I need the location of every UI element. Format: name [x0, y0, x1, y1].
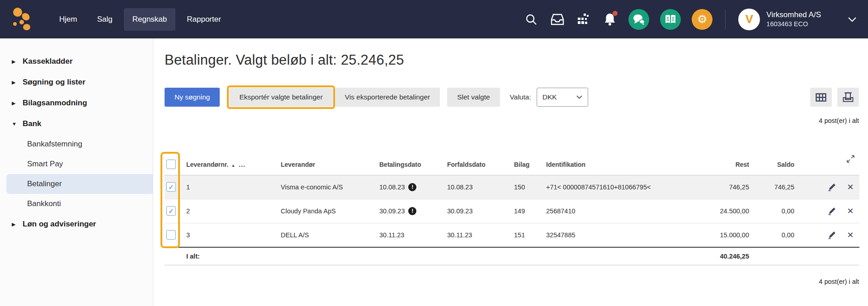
expand-table-icon[interactable] — [847, 155, 854, 165]
cell-saldo: 0,00 — [751, 223, 796, 247]
cell-rest: 746,25 — [656, 175, 751, 199]
warning-icon: ! — [408, 207, 416, 215]
sidebar-item-bilagsanmodning[interactable]: ▶ Bilagsanmodning — [0, 93, 153, 113]
edit-row-button[interactable] — [827, 206, 838, 217]
notification-dot — [613, 11, 618, 16]
delete-row-button[interactable]: ✕ — [845, 206, 856, 217]
chevron-down-icon — [576, 95, 582, 99]
sidebar-item-bankafstemning[interactable]: Bankafstemning — [0, 134, 153, 154]
delete-row-button[interactable]: ✕ — [845, 230, 856, 240]
cell-supplier-no: 2 — [186, 199, 281, 223]
cell-identification: 32547885 — [546, 223, 656, 247]
notifications-bell-icon[interactable] — [602, 12, 618, 27]
chat-icon[interactable] — [628, 9, 649, 30]
column-menu-icon[interactable]: ... — [239, 161, 245, 168]
view-exported-button[interactable]: Vis eksporterede betalinger — [335, 88, 440, 107]
sidebar-item-soegning-og-lister[interactable]: ▶ Søgning og lister — [0, 72, 153, 93]
column-header-identification[interactable]: Identifikation — [546, 154, 656, 175]
cell-rest: 24.500,00 — [656, 199, 751, 223]
main-menu: Hjem Salg Regnskab Rapporter — [51, 8, 230, 31]
nav-item-salg[interactable]: Salg — [89, 8, 121, 31]
sidebar-item-label: Kassekladder — [23, 57, 73, 66]
record-count-bottom: 4 post(er) i alt — [165, 278, 859, 285]
new-search-button[interactable]: Ny søgning — [165, 88, 220, 107]
column-header-voucher[interactable]: Bilag — [514, 154, 546, 175]
cell-supplier-no: 1 — [186, 175, 281, 199]
column-header-supplier-no[interactable]: Leverandørnr.▲... — [186, 154, 281, 175]
cell-identification: +71< 00000874571610+81066795< — [546, 175, 656, 199]
visma-logo-icon[interactable] — [12, 7, 35, 32]
chevron-right-icon: ▶ — [12, 100, 17, 106]
edit-row-button[interactable] — [827, 230, 838, 240]
cell-payment-date: 10.08.23! — [379, 175, 447, 199]
table-row: 3 DELL A/S 30.11.23 30.11.23 151 3254788… — [165, 223, 859, 247]
app-window: Hjem Salg Regnskab Rapporter — [0, 0, 868, 306]
record-count-top: 4 post(er) i alt — [165, 117, 859, 124]
sidebar-item-bank[interactable]: ▼ Bank — [0, 113, 153, 134]
sidebar-item-label: Søgning og lister — [23, 78, 85, 87]
search-icon[interactable] — [524, 12, 539, 27]
payments-table-body: ✓ 1 Visma e-conomic A/S 10.08.23! 10.08.… — [165, 175, 859, 265]
account-menu[interactable]: V Virksomhed A/S 1603463 ECO — [738, 9, 856, 30]
cell-supplier: Visma e-conomic A/S — [281, 175, 379, 199]
page-title: Betalinger. Valgt beløb i alt: 25.246,25 — [165, 52, 859, 68]
table-total-row: I alt:40.246,25 — [165, 247, 859, 265]
row-checkbox[interactable]: ✓ — [166, 206, 176, 216]
cell-payment-date: 30.11.23 — [379, 223, 447, 247]
edit-row-button[interactable] — [827, 182, 838, 193]
sidebar-item-betalinger[interactable]: Betalinger — [6, 174, 153, 194]
company-id: 1603463 ECO — [766, 20, 821, 28]
export-selected-button[interactable]: Eksportér valgte betalinger — [229, 88, 332, 107]
sort-ascending-icon: ▲ — [231, 163, 235, 168]
table-header-row: Leverandørnr.▲... Leverandør Betalingsda… — [165, 154, 859, 175]
cell-voucher: 150 — [514, 175, 546, 199]
help-book-icon[interactable] — [660, 9, 681, 30]
top-navbar: Hjem Salg Regnskab Rapporter — [0, 0, 868, 38]
cell-rest: 15.000,00 — [656, 223, 751, 247]
row-checkbox[interactable] — [166, 230, 176, 240]
app-switcher-icon[interactable] — [576, 12, 591, 27]
nav-item-regnskab[interactable]: Regnskab — [124, 8, 176, 31]
sidebar: ▶ Kassekladder ▶ Søgning og lister ▶ Bil… — [0, 38, 153, 306]
navbar-actions: ⚙ V Virksomhed A/S 1603463 ECO — [524, 9, 856, 30]
delete-selected-button[interactable]: Slet valgte — [447, 88, 500, 107]
annotation-highlight-export: Eksportér valgte betalinger — [227, 85, 335, 109]
inbox-icon[interactable] — [550, 12, 565, 27]
chevron-right-icon: ▶ — [12, 221, 17, 227]
sidebar-item-kassekladder[interactable]: ▶ Kassekladder — [0, 51, 153, 72]
cell-due-date: 30.09.23 — [447, 199, 514, 223]
table-view-button[interactable] — [810, 88, 832, 107]
cell-payment-date: 30.09.23! — [379, 199, 447, 223]
sidebar-item-loen-og-adviseringer[interactable]: ▶ Løn og adviseringer — [0, 214, 153, 235]
currency-value: DKK — [542, 93, 557, 101]
total-rest: 40.246,25 — [656, 247, 751, 265]
cell-supplier: Cloudy Panda ApS — [281, 199, 379, 223]
select-all-checkbox[interactable] — [166, 160, 176, 169]
cell-saldo: 0,00 — [751, 199, 796, 223]
payments-table: Leverandørnr.▲... Leverandør Betalingsda… — [165, 154, 859, 265]
column-header-payment-date[interactable]: Betalingsdato — [379, 154, 447, 175]
column-header-supplier[interactable]: Leverandør — [281, 154, 379, 175]
sidebar-item-label: Bilagsanmodning — [23, 99, 87, 108]
cell-supplier: DELL A/S — [281, 223, 379, 247]
navbar-divider — [725, 9, 726, 29]
currency-select[interactable]: DKK — [537, 88, 588, 107]
column-header-due-date[interactable]: Forfaldsdato — [447, 154, 514, 175]
cell-due-date: 30.11.23 — [447, 223, 514, 247]
warning-icon: ! — [408, 183, 416, 191]
settings-gear-icon[interactable]: ⚙ — [692, 9, 712, 30]
nav-item-hjem[interactable]: Hjem — [51, 8, 86, 31]
chevron-right-icon: ▶ — [12, 59, 17, 65]
sidebar-item-label: Bank — [23, 119, 42, 128]
delete-row-button[interactable]: ✕ — [845, 182, 856, 193]
row-checkbox[interactable]: ✓ — [166, 182, 176, 192]
company-avatar: V — [738, 9, 760, 30]
sidebar-item-smart-pay[interactable]: Smart Pay — [0, 154, 153, 174]
chevron-down-icon[interactable] — [848, 15, 856, 24]
print-button[interactable] — [837, 88, 859, 107]
column-header-saldo[interactable]: Saldo — [751, 154, 796, 175]
table-row: ✓ 2 Cloudy Panda ApS 30.09.23! 30.09.23 … — [165, 199, 859, 223]
column-header-rest[interactable]: Rest — [656, 154, 751, 175]
sidebar-item-bankkonti[interactable]: Bankkonti — [0, 194, 153, 214]
nav-item-rapporter[interactable]: Rapporter — [178, 8, 230, 31]
